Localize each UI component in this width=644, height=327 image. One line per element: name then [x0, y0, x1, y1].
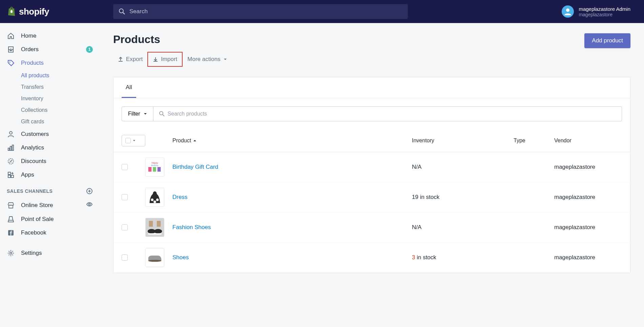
row-checkbox[interactable] — [122, 254, 128, 261]
caret-down-icon — [144, 112, 147, 116]
more-actions-button[interactable]: More actions — [183, 53, 232, 66]
nav-sub-collections[interactable]: Collections — [21, 104, 100, 116]
svg-rect-45 — [148, 233, 162, 234]
add-channel-icon[interactable] — [86, 188, 93, 195]
row-inventory: 3 in stock — [412, 254, 514, 261]
product-thumbnail — [145, 218, 164, 237]
svg-point-4 — [9, 62, 11, 63]
nav-apps[interactable]: Apps — [0, 168, 100, 182]
nav-sub-all-products[interactable]: All products — [21, 70, 100, 81]
nav-discounts-label: Discounts — [21, 158, 46, 165]
export-button[interactable]: Export — [113, 53, 147, 66]
row-vendor: mageplazastore — [554, 194, 622, 201]
select-all-checkbox[interactable] — [122, 135, 145, 146]
user-icon — [563, 7, 572, 16]
logo-area: shopify — [7, 6, 100, 17]
row-checkbox[interactable] — [122, 164, 128, 170]
col-inventory-header[interactable]: Inventory — [412, 138, 514, 144]
product-title[interactable]: Fashion Shoes — [172, 224, 211, 230]
nav-sub-inventory[interactable]: Inventory — [21, 93, 100, 104]
svg-text:Birthday: Birthday — [151, 164, 158, 166]
svg-point-23 — [10, 252, 12, 254]
search-products-input[interactable] — [165, 107, 616, 121]
nav-sub-transfers[interactable]: Transfers — [21, 81, 100, 93]
user-name: mageplazastore Admin — [579, 6, 630, 12]
product-thumbnail: HappyBirthday — [145, 158, 164, 177]
col-type-header[interactable]: Type — [514, 138, 554, 144]
nav-analytics-label: Analytics — [21, 144, 44, 151]
orders-badge: 1 — [86, 46, 93, 53]
nav-products[interactable]: Products — [0, 56, 100, 70]
row-checkbox[interactable] — [122, 194, 128, 200]
tab-all[interactable]: All — [122, 77, 136, 98]
nav-facebook-label: Facebook — [21, 229, 46, 236]
col-product-header[interactable]: Product — [172, 138, 412, 144]
nav-online-store-label: Online Store — [21, 202, 53, 209]
nav-online-store[interactable]: Online Store — [0, 198, 100, 212]
svg-rect-41 — [149, 221, 153, 227]
svg-point-11 — [9, 160, 10, 161]
caret-down-icon — [133, 139, 136, 142]
nav-facebook[interactable]: Facebook — [0, 226, 100, 240]
search-products[interactable] — [153, 106, 622, 121]
svg-rect-32 — [153, 167, 156, 172]
page-actions: Export Import More actions — [113, 52, 232, 67]
brand-name: shopify — [19, 6, 49, 17]
page-header: Products Export Import More actions — [113, 33, 630, 67]
nav-customers[interactable]: Customers — [0, 127, 100, 141]
row-inventory-text: in stock — [417, 254, 436, 261]
svg-point-47 — [148, 260, 162, 262]
global-search[interactable] — [113, 4, 408, 19]
page-title: Products — [113, 33, 232, 46]
svg-rect-13 — [8, 172, 11, 175]
topbar: shopify mageplazastore Admin mageplazast… — [0, 0, 644, 23]
more-actions-label: More actions — [187, 56, 220, 63]
svg-point-5 — [9, 131, 12, 134]
products-table: Product Inventory Type Vendor HappyBirth… — [113, 129, 630, 273]
apps-icon — [7, 171, 15, 179]
home-icon — [7, 32, 15, 40]
row-inventory-low: 3 — [412, 254, 417, 261]
table-header: Product Inventory Type Vendor — [113, 129, 630, 152]
product-title[interactable]: Dress — [172, 194, 187, 200]
nav-settings[interactable]: Settings — [0, 246, 100, 260]
product-title[interactable]: Shoes — [172, 254, 189, 261]
row-checkbox[interactable] — [122, 224, 128, 230]
import-button[interactable]: Import — [147, 52, 183, 67]
customer-icon — [7, 130, 15, 138]
facebook-icon — [7, 229, 15, 237]
product-thumbnail — [145, 248, 164, 267]
orders-icon — [7, 46, 15, 53]
store-icon — [7, 202, 15, 209]
row-vendor: mageplazastore — [554, 224, 622, 231]
row-inventory: N/A — [412, 224, 514, 231]
svg-point-38 — [156, 199, 159, 201]
svg-rect-33 — [158, 167, 161, 172]
nav-point-of-sale[interactable]: Point of Sale — [0, 212, 100, 226]
eye-icon[interactable] — [86, 201, 93, 208]
svg-rect-6 — [8, 148, 9, 150]
chevron-down-icon — [223, 57, 227, 61]
search-icon — [119, 8, 125, 15]
add-product-button[interactable]: Add product — [584, 33, 630, 48]
nav-products-label: Products — [21, 60, 44, 66]
nav-discounts[interactable]: Discounts — [0, 155, 100, 168]
user-menu[interactable]: mageplazastore Admin mageplazastore — [562, 5, 637, 18]
discount-icon — [7, 158, 15, 165]
filter-button[interactable]: Filter — [122, 106, 153, 121]
svg-point-21 — [89, 204, 90, 205]
sort-asc-icon — [193, 139, 196, 142]
global-search-input[interactable] — [129, 8, 402, 15]
product-thumbnail — [145, 188, 164, 207]
nav-orders[interactable]: Orders 1 — [0, 43, 100, 56]
nav-home[interactable]: Home — [0, 29, 100, 43]
nav-sub-gift-cards[interactable]: Gift cards — [21, 116, 100, 127]
nav-analytics[interactable]: Analytics — [0, 141, 100, 155]
nav-section-label: SALES CHANNELS — [7, 188, 53, 194]
nav-apps-label: Apps — [21, 171, 34, 178]
col-vendor-header[interactable]: Vendor — [554, 138, 622, 144]
product-title[interactable]: Birthday Gift Card — [172, 164, 218, 170]
row-vendor: mageplazastore — [554, 164, 622, 170]
main-content: Products Export Import More actions — [100, 23, 644, 327]
svg-rect-31 — [148, 167, 152, 172]
